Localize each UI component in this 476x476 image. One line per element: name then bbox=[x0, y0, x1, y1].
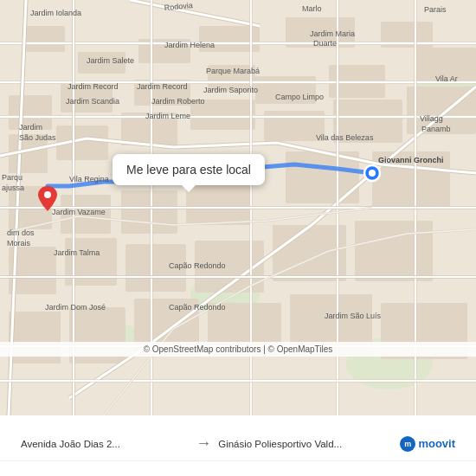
label-jardim-maria-duarte: Jardim Maria bbox=[310, 29, 355, 38]
label-jardim-salete: Jardim Salete bbox=[87, 56, 134, 65]
label-jardim-talma: Jardim Talma bbox=[54, 248, 100, 257]
label-capao-redondo-1: Capão Redondo bbox=[169, 261, 226, 270]
route-arrow-icon: → bbox=[196, 434, 211, 453]
label-jardim-record-1: Jardim Record bbox=[68, 82, 119, 91]
label-jardim-vazame: Jardim Vazame bbox=[52, 208, 106, 216]
label-jardim-helena: Jardim Helena bbox=[164, 41, 215, 49]
tooltip-bubble[interactable]: Me leve para este local bbox=[113, 154, 265, 185]
label-capao-redondo-2: Capão Redondo bbox=[169, 303, 226, 312]
label-jardim-sao-luis: Jardim São Luís bbox=[325, 312, 382, 320]
label-jardim-leme: Jardim Leme bbox=[145, 112, 190, 120]
origin-marker-inner bbox=[369, 170, 376, 177]
label-vila-ar: Vila Ar bbox=[435, 74, 458, 83]
label-vila-belezas: Vila das Belezas bbox=[316, 133, 374, 142]
map-attribution: © OpenStreetMap contributors | © OpenMap… bbox=[0, 342, 476, 357]
label-jardim-scandia: Jardim Scandia bbox=[66, 97, 119, 106]
label-giovanni: Giovanni Gronchi bbox=[378, 156, 444, 164]
label-parais: Parais bbox=[424, 5, 447, 14]
label-vila-regina: Vila Regina bbox=[69, 175, 109, 183]
label-jardim-iolanda: Jardim Iolanda bbox=[30, 9, 81, 17]
label-jardim-record-2: Jardim Record bbox=[137, 82, 188, 91]
label-sao-judas: São Judas bbox=[19, 133, 56, 142]
label-campo-limpo: Campo Limpo bbox=[275, 93, 324, 101]
label-parque-cajuss: Parqu bbox=[2, 173, 23, 182]
svg-rect-34 bbox=[355, 221, 433, 281]
route-to-text: Ginásio Poliesportivo Vald... bbox=[218, 439, 386, 449]
label-morais: Morais bbox=[7, 239, 31, 248]
label-jardim-roberto: Jardim Roberto bbox=[151, 97, 205, 106]
svg-point-72 bbox=[44, 191, 51, 198]
tooltip-text: Me leve para este local bbox=[126, 163, 251, 177]
label-cajuss: ajussa bbox=[2, 183, 24, 192]
route-from-text: Avenida João Dias 2... bbox=[21, 439, 189, 449]
bottom-bar: Avenida João Dias 2... → Ginásio Poliesp… bbox=[0, 415, 476, 476]
label-panam: Panamb bbox=[421, 125, 451, 133]
label-jardim-saporito: Jardim Saporito bbox=[203, 86, 258, 94]
label-jardim-dom-jose: Jardim Dom José bbox=[45, 303, 106, 312]
moovit-icon: m bbox=[400, 436, 415, 452]
label-villagg: Villagg bbox=[420, 114, 443, 123]
label-marlo: Marlo bbox=[302, 4, 322, 13]
attribution-text: © OpenStreetMap contributors | © OpenMap… bbox=[144, 344, 333, 354]
svg-rect-5 bbox=[26, 26, 65, 52]
svg-rect-33 bbox=[273, 225, 346, 281]
label-parque-maraba: Parque Marabá bbox=[206, 67, 260, 75]
label-dim-morais: dim dos bbox=[7, 228, 35, 237]
moovit-logo-text: moovit bbox=[418, 437, 455, 450]
map-container: Jardim Iolanda Parais Jardim Helena Jard… bbox=[0, 0, 476, 415]
label-jardim-sao-judas: Jardim bbox=[19, 123, 42, 132]
label-duarte: Duarte bbox=[313, 39, 337, 48]
svg-rect-27 bbox=[121, 190, 177, 234]
